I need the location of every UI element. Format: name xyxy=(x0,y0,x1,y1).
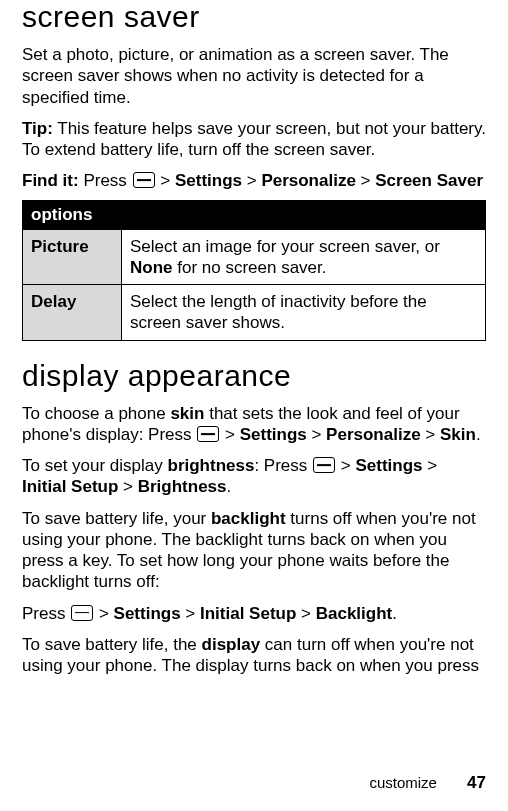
bright-a: To set your display xyxy=(22,456,168,475)
table-row: Picture Select an image for your screen … xyxy=(23,229,486,285)
bright-path-b: Initial Setup xyxy=(22,477,118,496)
options-table: options Picture Select an image for your… xyxy=(22,200,486,341)
footer-section: customize xyxy=(369,774,437,791)
backlight-paragraph: To save battery life, your backlight tur… xyxy=(22,508,486,593)
backlight-path-paragraph: Press > Settings > Initial Setup > Backl… xyxy=(22,603,486,624)
bl-sep2: > xyxy=(181,604,200,623)
heading-screen-saver: screen saver xyxy=(22,0,486,34)
tip-label: Tip: xyxy=(22,119,53,138)
skin-bold: skin xyxy=(170,404,204,423)
bl-end: . xyxy=(392,604,397,623)
delay-pre: Select the length of inactivity before t… xyxy=(130,292,427,332)
bl-path-a: Settings xyxy=(114,604,181,623)
footer-page-number: 47 xyxy=(467,773,486,792)
skin-sep1: > xyxy=(220,425,239,444)
bright-sep3: > xyxy=(118,477,137,496)
bl-sep3: > xyxy=(296,604,315,623)
backlight-bold: backlight xyxy=(211,509,286,528)
table-row: Delay Select the length of inactivity be… xyxy=(23,285,486,341)
disp-bold: display xyxy=(202,635,261,654)
option-desc-delay: Select the length of inactivity before t… xyxy=(122,285,486,341)
screensaver-tip: Tip: This feature helps save your screen… xyxy=(22,118,486,161)
skin-end: . xyxy=(476,425,481,444)
path-settings: Settings xyxy=(175,171,242,190)
bright-b: : Press xyxy=(254,456,312,475)
option-label-delay: Delay xyxy=(23,285,122,341)
path-personalize: Personalize xyxy=(261,171,356,190)
bright-end: . xyxy=(227,477,232,496)
picture-none: None xyxy=(130,258,173,277)
skin-path-c: Skin xyxy=(440,425,476,444)
sep3: > xyxy=(356,171,375,190)
heading-display-appearance: display appearance xyxy=(22,359,486,393)
find-it-line: Find it: Press > Settings > Personalize … xyxy=(22,170,486,191)
screensaver-intro: Set a photo, picture, or animation as a … xyxy=(22,44,486,108)
disp-a: To save battery life, the xyxy=(22,635,202,654)
bright-sep2: > xyxy=(422,456,437,475)
menu-key-icon xyxy=(133,172,155,188)
tip-text: This feature helps save your screen, but… xyxy=(22,119,486,159)
skin-sep2: > xyxy=(307,425,326,444)
menu-key-icon xyxy=(313,457,335,473)
bright-path-a: Settings xyxy=(355,456,422,475)
picture-pre: Select an image for your screen saver, o… xyxy=(130,237,440,256)
skin-a: To choose a phone xyxy=(22,404,170,423)
bl-sep1: > xyxy=(94,604,113,623)
find-it-label: Find it: xyxy=(22,171,79,190)
backlight-a: To save battery life, your xyxy=(22,509,211,528)
bright-sep1: > xyxy=(336,456,355,475)
bright-bold: brightness xyxy=(168,456,255,475)
skin-path-a: Settings xyxy=(240,425,307,444)
brightness-paragraph: To set your display brightness: Press > … xyxy=(22,455,486,498)
bright-path-c: Brightness xyxy=(138,477,227,496)
menu-key-icon xyxy=(197,426,219,442)
option-label-picture-text: Picture xyxy=(31,237,89,256)
skin-path-b: Personalize xyxy=(326,425,421,444)
find-it-press: Press xyxy=(79,171,132,190)
page: screen saver Set a photo, picture, or an… xyxy=(0,0,508,811)
option-desc-picture: Select an image for your screen saver, o… xyxy=(122,229,486,285)
bl-path-c: Backlight xyxy=(316,604,393,623)
option-label-picture: Picture xyxy=(23,229,122,285)
display-paragraph: To save battery life, the display can tu… xyxy=(22,634,486,677)
bl-path-b: Initial Setup xyxy=(200,604,296,623)
menu-key-icon xyxy=(71,605,93,621)
page-footer: customize 47 xyxy=(369,773,486,793)
sep1: > xyxy=(156,171,175,190)
bl-press: Press xyxy=(22,604,70,623)
path-screen-saver: Screen Saver xyxy=(375,171,483,190)
skin-sep3: > xyxy=(421,425,440,444)
options-header: options xyxy=(23,200,486,229)
options-header-row: options xyxy=(23,200,486,229)
sep2: > xyxy=(242,171,261,190)
option-label-delay-text: Delay xyxy=(31,292,76,311)
skin-paragraph: To choose a phone skin that sets the loo… xyxy=(22,403,486,446)
picture-post: for no screen saver. xyxy=(173,258,327,277)
